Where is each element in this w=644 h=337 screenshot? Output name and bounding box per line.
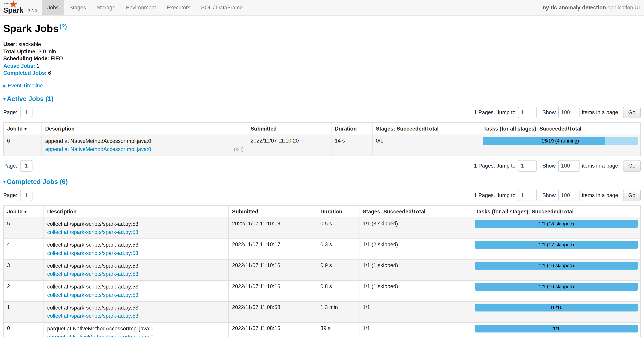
progress-label: 1/1 xyxy=(475,325,638,332)
table-row: 5 collect at /spark-scripts/spark-ad.py:… xyxy=(4,218,640,239)
tasks-progress-bar: 15/19 (4 running) xyxy=(482,137,638,145)
items-text: items in a page. xyxy=(582,192,620,198)
pagination-controls: 1 Pages. Jump to . Show items in a page.… xyxy=(474,189,641,201)
tab-storage[interactable]: Storage xyxy=(91,0,121,15)
top-navbar: APACHE Spark 3.3.0 Jobs Stages Storage E… xyxy=(0,0,644,16)
show-text: . Show xyxy=(539,109,556,115)
col-header-duration[interactable]: Duration xyxy=(317,205,359,218)
col-header-tasks[interactable]: Tasks (for all stages): Succeeded/Total xyxy=(480,122,640,135)
job-stages-cell: 1/1 xyxy=(359,322,472,337)
pagination-bar: Page: 1 Pages. Jump to . Show items in a… xyxy=(3,189,641,201)
job-submitted-cell: 2022/11/07 11:08:58 xyxy=(228,301,317,322)
job-tasks-cell: 1/1 (18 skipped) xyxy=(472,218,640,239)
completed-jobs-section-header[interactable]: ▾Completed Jobs (6) xyxy=(3,178,641,185)
col-header-tasks[interactable]: Tasks (for all stages): Succeeded/Total xyxy=(472,205,640,218)
job-duration-cell: 0.5 s xyxy=(317,218,359,239)
job-description-cell: collect at /spark-scripts/spark-ad.py:53… xyxy=(44,260,229,280)
tab-executors[interactable]: Executors xyxy=(162,0,196,15)
page-title-text: Spark Jobs xyxy=(3,22,58,34)
jump-to-input[interactable] xyxy=(518,160,537,171)
job-description-links: append at NativeMethodAccessorImpl.java:… xyxy=(45,145,244,152)
items-per-page-input[interactable] xyxy=(558,106,580,118)
table-row: 2 collect at /spark-scripts/spark-ad.py:… xyxy=(4,280,640,301)
job-submitted-cell: 2022/11/07 11:10:18 xyxy=(228,218,317,239)
spark-version: 3.3.0 xyxy=(28,9,37,13)
job-description-cell: append at NativeMethodAccessorImpl.java:… xyxy=(42,135,247,156)
job-description: collect at /spark-scripts/spark-ad.py:53 xyxy=(47,283,225,290)
completed-jobs-link[interactable]: Completed Jobs: xyxy=(3,70,46,76)
kill-link[interactable]: (kill) xyxy=(234,145,244,152)
jump-to-input[interactable] xyxy=(518,106,537,118)
spark-logo[interactable]: APACHE Spark 3.3.0 xyxy=(0,0,42,15)
go-button[interactable]: Go xyxy=(623,189,641,201)
job-detail-link[interactable]: collect at /spark-scripts/spark-ad.py:53 xyxy=(47,313,138,319)
application-ui-suffix: application UI xyxy=(608,4,640,10)
page-number-input[interactable] xyxy=(20,160,32,171)
apache-label: APACHE xyxy=(4,2,14,4)
page-number-input[interactable] xyxy=(20,189,32,201)
col-header-stages[interactable]: Stages: Succeeded/Total xyxy=(359,205,472,218)
col-header-job-id[interactable]: Job Id ▾ xyxy=(4,205,44,218)
pagination-controls: 1 Pages. Jump to . Show items in a page.… xyxy=(474,106,641,118)
page-label: Page: xyxy=(3,109,17,115)
col-header-description[interactable]: Description xyxy=(44,205,229,218)
items-text: items in a page. xyxy=(582,162,620,169)
job-submitted-cell: 2022/11/07 11:10:20 xyxy=(247,135,331,156)
job-detail-link[interactable]: collect at /spark-scripts/spark-ad.py:53 xyxy=(47,229,138,235)
job-detail-link[interactable]: append at NativeMethodAccessorImpl.java:… xyxy=(45,146,151,152)
tasks-progress-bar: 1/1 (18 skipped) xyxy=(475,220,638,228)
job-stages-cell: 1/1 (2 skipped) xyxy=(359,239,472,259)
event-timeline-toggle[interactable]: ▶Event Timeline xyxy=(3,82,641,88)
job-description-cell: parquet at NativeMethodAccessorImpl.java… xyxy=(44,322,229,337)
active-jobs-section-header[interactable]: ▾Active Jobs (1) xyxy=(3,95,641,102)
tab-jobs[interactable]: Jobs xyxy=(42,0,64,15)
active-jobs-section-title: Active Jobs (1) xyxy=(7,95,54,102)
progress-label: 16/16 xyxy=(475,304,638,311)
job-stages-cell: 1/1 xyxy=(359,301,472,322)
progress-label: 15/19 (4 running) xyxy=(482,137,638,145)
job-tasks-cell: 1/1 xyxy=(472,322,640,337)
go-button[interactable]: Go xyxy=(623,160,641,171)
application-name: ny-tlc-anomaly-detection xyxy=(543,4,606,10)
tab-environment[interactable]: Environment xyxy=(121,0,162,15)
tab-sql-dataframe[interactable]: SQL / DataFrame xyxy=(196,0,248,15)
col-header-description[interactable]: Description xyxy=(42,122,247,135)
nav-tabs: Jobs Stages Storage Environment Executor… xyxy=(42,0,248,15)
go-button[interactable]: Go xyxy=(623,106,641,118)
job-detail-link[interactable]: collect at /spark-scripts/spark-ad.py:53 xyxy=(47,250,138,256)
tasks-progress-bar: 16/16 xyxy=(475,304,638,311)
table-header-row: Job Id ▾ Description Submitted Duration … xyxy=(4,205,640,218)
job-stages-cell: 1/1 (1 skipped) xyxy=(359,260,472,280)
pagination-bar: Page: 1 Pages. Jump to . Show items in a… xyxy=(3,106,641,118)
col-header-job-id[interactable]: Job Id ▾ xyxy=(4,122,42,135)
job-tasks-cell: 1/1 (16 skipped) xyxy=(472,260,640,280)
page-number-input[interactable] xyxy=(20,106,32,118)
tab-stages[interactable]: Stages xyxy=(64,0,91,15)
job-submitted-cell: 2022/11/07 11:08:15 xyxy=(228,322,317,337)
items-per-page-input[interactable] xyxy=(558,160,580,171)
summary-scheduling-mode: Scheduling Mode: FIFO xyxy=(3,55,641,62)
progress-label: 1/1 (16 skipped) xyxy=(475,262,638,270)
col-header-duration[interactable]: Duration xyxy=(331,122,372,135)
uptime-value: 3.0 min xyxy=(38,48,56,54)
help-link[interactable]: (?) xyxy=(60,23,67,29)
col-header-stages[interactable]: Stages: Succeeded/Total xyxy=(372,122,480,135)
job-duration-cell: 0.9 s xyxy=(317,260,359,280)
job-description: parquet at NativeMethodAccessorImpl.java… xyxy=(47,325,225,332)
job-detail-link[interactable]: collect at /spark-scripts/spark-ad.py:53 xyxy=(47,271,138,277)
job-detail-link[interactable]: parquet at NativeMethodAccessorImpl.java… xyxy=(47,334,154,337)
job-duration-cell: 0.3 s xyxy=(317,239,359,259)
col-header-submitted[interactable]: Submitted xyxy=(247,122,331,135)
jump-to-input[interactable] xyxy=(518,189,537,201)
job-duration-cell: 1.3 min xyxy=(317,301,359,322)
job-id-cell: 5 xyxy=(4,218,44,239)
job-detail-link[interactable]: collect at /spark-scripts/spark-ad.py:53 xyxy=(47,292,138,298)
scheduling-mode-value: FIFO xyxy=(51,55,63,61)
summary-active-jobs: Active Jobs: 1 xyxy=(3,62,641,69)
job-description: collect at /spark-scripts/spark-ad.py:53 xyxy=(47,262,225,269)
progress-label: 1/1 (16 skipped) xyxy=(475,283,638,291)
col-header-submitted[interactable]: Submitted xyxy=(228,205,317,218)
items-per-page-input[interactable] xyxy=(558,189,580,201)
active-jobs-link[interactable]: Active Jobs: xyxy=(3,62,35,69)
job-description: collect at /spark-scripts/spark-ad.py:53 xyxy=(47,220,225,227)
